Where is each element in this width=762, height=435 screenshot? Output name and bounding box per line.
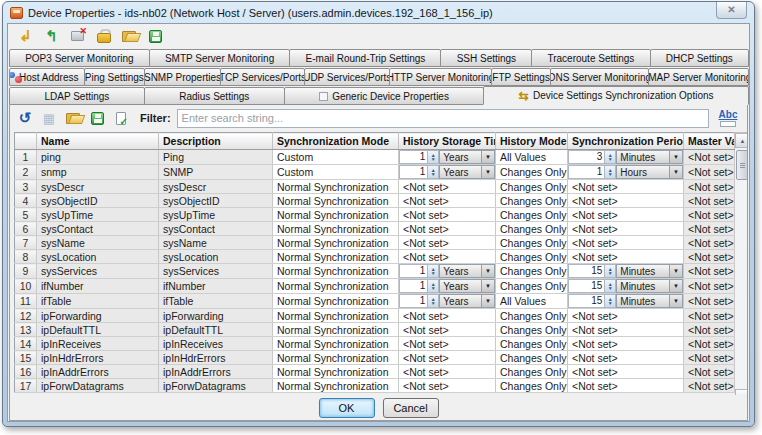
table-row[interactable]: 4sysObjectIDsysObjectIDNormal Synchroniz… [15,194,735,208]
table-row[interactable]: 6sysContactsysContactNormal Synchronizat… [15,222,735,236]
table-row[interactable]: 10ifNumberifNumberNormal Synchronization… [15,279,735,294]
period-unit-combobox[interactable]: Minutes▼ [616,264,683,278]
column-header-synchronization-period[interactable]: Synchronization Period [568,133,684,150]
cell-sync-mode[interactable]: Custom [273,150,399,165]
cell-period[interactable]: <Not set> [568,180,684,194]
cell-history-mode[interactable]: Changes Only [496,250,568,264]
cell-storage[interactable]: 1▲▼Years▼ [399,279,496,294]
cell-storage[interactable]: <Not set> [399,180,496,194]
storage-spinner-buttons[interactable]: ▲▼ [427,166,438,178]
tab-e-mail-round-trip-settings[interactable]: E-mail Round-Trip Settings [289,49,441,67]
table-row[interactable]: 9sysServicessysServicesNormal Synchroniz… [15,264,735,279]
cell-period[interactable]: 1▲▼Hours▼ [568,165,684,180]
table-row[interactable]: 3sysDescrsysDescrNormal Synchronization<… [15,180,735,194]
scrollbar-track[interactable] [735,180,747,389]
tab-traceroute-settings[interactable]: Traceroute Settings [531,49,650,67]
period-value-spinner[interactable]: 1▲▼ [568,165,616,179]
cell-sync-mode[interactable]: Normal Synchronization [273,208,399,222]
cell-storage[interactable]: <Not set> [399,222,496,236]
tab-imap-server-monitoring[interactable]: IMAP Server Monitoring [648,68,749,86]
period-spinner-buttons[interactable]: ▲▼ [604,280,615,292]
copy-from-device-button[interactable] [16,27,35,46]
table-row[interactable]: 11ifTableifTableNormal Synchronization1▲… [15,294,735,309]
period-unit-combobox[interactable]: Minutes▼ [616,150,683,164]
cell-period[interactable]: <Not set> [568,351,684,365]
storage-unit-combobox[interactable]: Years▼ [439,294,495,308]
open-folder-button[interactable] [64,109,82,127]
table-row[interactable]: 17ipForwDatagramsipForwDatagramsNormal S… [15,379,735,393]
chevron-down-icon[interactable]: ▼ [481,151,494,163]
case-sensitive-toggle[interactable]: Abc [715,110,741,127]
cell-storage[interactable]: 1▲▼Years▼ [399,165,496,180]
cell-period[interactable]: <Not set> [568,250,684,264]
cell-history-mode[interactable]: Changes Only [496,309,568,323]
cell-storage[interactable]: <Not set> [399,323,496,337]
storage-value-spinner[interactable]: 1▲▼ [399,165,439,179]
cell-period[interactable]: 15▲▼Minutes▼ [568,279,684,294]
period-value-spinner[interactable]: 15▲▼ [568,279,616,293]
cell-history-mode[interactable]: Changes Only [496,365,568,379]
tab-pop3-server-monitoring[interactable]: POP3 Server Monitoring [9,49,150,67]
storage-spinner-buttons[interactable]: ▲▼ [427,151,438,163]
cell-sync-mode[interactable]: Normal Synchronization [273,365,399,379]
cell-sync-mode[interactable]: Normal Synchronization [273,222,399,236]
chevron-down-icon[interactable]: ▼ [481,265,494,277]
chevron-down-icon[interactable]: ▼ [481,166,494,178]
cell-history-mode[interactable]: All Values [496,150,568,165]
cell-storage[interactable]: 1▲▼Years▼ [399,294,496,309]
cell-sync-mode[interactable]: Normal Synchronization [273,236,399,250]
storage-unit-combobox[interactable]: Years▼ [439,150,495,164]
tab-smtp-server-monitoring[interactable]: SMTP Server Monitoring [149,49,291,67]
cell-storage[interactable]: <Not set> [399,365,496,379]
period-spinner-buttons[interactable]: ▲▼ [604,151,615,163]
open-folder-button[interactable] [120,27,139,46]
cell-period[interactable]: <Not set> [568,309,684,323]
period-spinner-buttons[interactable]: ▲▼ [604,166,615,178]
tab-host-address[interactable]: Host Address [9,68,85,86]
storage-value-spinner[interactable]: 1▲▼ [399,264,439,278]
save-button[interactable] [88,109,106,127]
chevron-down-icon[interactable]: ▼ [669,295,682,307]
cell-history-mode[interactable]: Changes Only [496,208,568,222]
storage-unit-combobox[interactable]: Years▼ [439,279,495,293]
cell-period[interactable]: <Not set> [568,337,684,351]
column-header-history-mode[interactable]: History Mode [496,133,568,150]
cell-storage[interactable]: <Not set> [399,208,496,222]
tab-ping-settings[interactable]: Ping Settings [84,68,146,86]
cancel-button[interactable]: Cancel [383,398,439,418]
period-unit-combobox[interactable]: Hours▼ [616,165,683,179]
column-header-master-value[interactable]: Master Value [684,133,735,150]
cell-sync-mode[interactable]: Normal Synchronization [273,194,399,208]
chevron-down-icon[interactable]: ▼ [669,280,682,292]
cell-storage[interactable]: <Not set> [399,309,496,323]
column-header-synchronization-mode[interactable]: Synchronization Mode [273,133,399,150]
cell-sync-mode[interactable]: Normal Synchronization [273,351,399,365]
cell-sync-mode[interactable]: Normal Synchronization [273,250,399,264]
chevron-down-icon[interactable]: ▼ [481,295,494,307]
ok-button[interactable]: OK [319,398,375,418]
scroll-up-button[interactable]: ▲ [735,133,747,148]
tab-ftp-settings[interactable]: FTP Settings [491,68,551,86]
tab-ldap-settings[interactable]: LDAP Settings [9,87,145,105]
storage-unit-combobox[interactable]: Years▼ [439,264,495,278]
storage-spinner-buttons[interactable]: ▲▼ [427,295,438,307]
cell-history-mode[interactable]: Changes Only [496,323,568,337]
save-button[interactable] [146,27,165,46]
cell-storage[interactable]: 1▲▼Years▼ [399,264,496,279]
chevron-down-icon[interactable]: ▼ [669,166,682,178]
period-value-spinner[interactable]: 15▲▼ [568,294,616,308]
delete-settings-button[interactable] [68,27,87,46]
table-row[interactable]: 13ipDefaultTTLipDefaultTTLNormal Synchro… [15,323,735,337]
cell-storage[interactable]: <Not set> [399,337,496,351]
cell-period[interactable]: <Not set> [568,365,684,379]
tab-generic-device-properties[interactable]: Generic Device Properties [284,87,485,105]
cell-period[interactable]: <Not set> [568,194,684,208]
cell-storage[interactable]: <Not set> [399,194,496,208]
column-header-history-storage-time[interactable]: History Storage Time [399,133,496,150]
cell-history-mode[interactable]: All Values [496,294,568,309]
cell-history-mode[interactable]: Changes Only [496,351,568,365]
cell-sync-mode[interactable]: Custom [273,165,399,180]
cell-sync-mode[interactable]: Normal Synchronization [273,379,399,393]
chevron-down-icon[interactable]: ▼ [481,280,494,292]
period-value-spinner[interactable]: 3▲▼ [568,150,616,164]
